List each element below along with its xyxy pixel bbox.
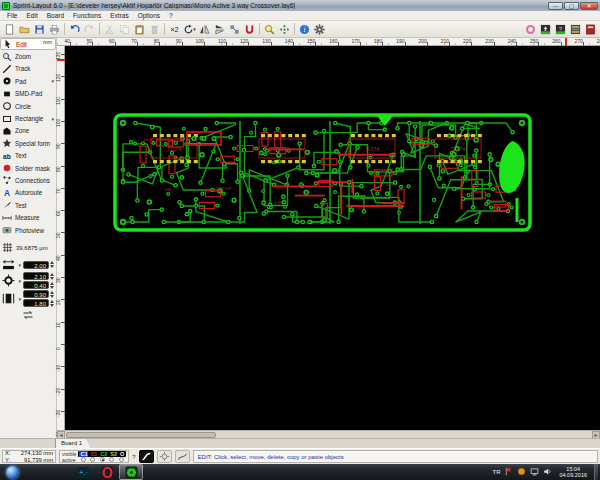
pcb-canvas[interactable]: 10K4.7K1.5K100n22K2K247K1K3.3K220PTL074T… <box>65 46 600 430</box>
taskbar-opera[interactable] <box>95 464 119 480</box>
macro-library-button[interactable] <box>583 22 598 36</box>
rubberband-mode-button[interactable] <box>139 450 154 463</box>
clock[interactable]: 15:04 04.09.2016 <box>556 466 590 478</box>
tool-zoom[interactable]: Zoom <box>0 50 56 62</box>
tool-pad[interactable]: Pad▾ <box>0 75 56 87</box>
duplicate-button[interactable]: ×2 <box>167 22 182 36</box>
menu-options[interactable]: Options <box>134 12 164 19</box>
menu-file[interactable]: File <box>3 12 21 19</box>
undo-button[interactable] <box>67 22 82 36</box>
grid-setting[interactable]: 39,6875 µm <box>2 242 54 254</box>
cut-button[interactable] <box>102 22 117 36</box>
mirror-horizontal-button[interactable] <box>197 22 212 36</box>
volume-icon[interactable] <box>543 467 552 477</box>
start-button[interactable] <box>4 465 20 479</box>
mirror-vertical-button[interactable] <box>212 22 227 36</box>
photoview-toggle-button[interactable] <box>523 22 538 36</box>
layer-active-o[interactable] <box>119 457 124 462</box>
tool-rectangle[interactable]: Rectangle▾ <box>0 112 56 124</box>
print-button[interactable] <box>47 22 62 36</box>
title-bar: Sprint-Layout 6.0 - [E:\develer herşey\A… <box>0 0 600 11</box>
menu-edit[interactable]: Edit <box>22 12 41 19</box>
smd-size-value-input[interactable]: 1.80 <box>23 299 49 307</box>
menu-functions[interactable]: Functions <box>69 12 105 19</box>
tool-solder-mask[interactable]: Solder mask <box>0 162 56 174</box>
spinner-arrows[interactable] <box>50 273 54 280</box>
view-query-button[interactable]: ? <box>553 22 568 36</box>
freehand-mode-button[interactable] <box>175 450 190 463</box>
taskbar-utility-app[interactable]: +.· <box>71 464 95 480</box>
tool-photoview[interactable]: Photoview <box>0 224 56 236</box>
settings-button[interactable] <box>312 22 327 36</box>
cursor-icon <box>3 39 13 49</box>
dropdown-caret-icon[interactable]: ▾ <box>18 262 21 268</box>
save-button[interactable] <box>32 22 47 36</box>
tool-connections[interactable]: Connections <box>0 174 56 186</box>
layer-help[interactable]: ? <box>132 454 135 460</box>
dropdown-caret-icon[interactable]: ▾ <box>18 278 21 284</box>
close-button[interactable]: ✕ <box>580 2 598 10</box>
tool-special-form[interactable]: Special form <box>0 137 56 149</box>
copy-button[interactable] <box>117 22 132 36</box>
smd-size-value-input[interactable]: 0.90 <box>23 290 49 298</box>
menu-extras[interactable]: Extras <box>106 12 132 19</box>
tool-measure[interactable]: Measure <box>0 211 56 223</box>
dropdown-caret-icon[interactable]: ▾ <box>51 78 54 84</box>
taskbar-sprint-layout[interactable] <box>119 464 143 480</box>
show-desktop-button[interactable] <box>594 464 598 480</box>
tool-smd-pad[interactable]: SMD-Pad <box>0 88 56 100</box>
minimize-button[interactable]: — <box>548 2 563 10</box>
action-center-icon[interactable] <box>504 467 513 477</box>
layer-active-s2[interactable] <box>109 457 114 462</box>
taskbar-file-explorer[interactable] <box>47 464 71 480</box>
tool-track[interactable]: Track <box>0 63 56 75</box>
vruler-tick-label: 100 <box>55 119 61 127</box>
spinner-arrows[interactable] <box>50 300 54 307</box>
spinner-arrows[interactable] <box>50 261 54 268</box>
swap-values-icon[interactable] <box>22 309 34 317</box>
vruler-tick-label: 20 <box>55 300 61 306</box>
layer-active-s1[interactable] <box>90 457 95 462</box>
maximize-button[interactable]: ▢ <box>564 2 579 10</box>
layer-active-c2[interactable] <box>100 457 105 462</box>
redo-button[interactable] <box>82 22 97 36</box>
align-button[interactable] <box>227 22 242 36</box>
horizontal-scrollbar[interactable]: ◄ ► <box>57 430 600 438</box>
layer-active-c1[interactable] <box>81 457 86 462</box>
snap-button[interactable] <box>242 22 257 36</box>
tool-zone[interactable]: Zone <box>0 125 56 137</box>
pad-size-value-input[interactable]: 2.10 <box>23 272 49 280</box>
security-icon[interactable] <box>517 467 526 477</box>
taskbar-internet-explorer[interactable] <box>23 464 47 480</box>
active-label: active <box>62 457 76 463</box>
tool-test[interactable]: Test <box>0 199 56 211</box>
vruler-tick-label: 80 <box>55 166 61 172</box>
view-stack-button[interactable] <box>568 22 583 36</box>
menu-board[interactable]: Board <box>43 12 68 19</box>
paste-button[interactable] <box>132 22 147 36</box>
track-width-value-input[interactable]: 2.00 <box>23 261 49 269</box>
tool-label: Solder mask <box>15 165 50 172</box>
tool-circle[interactable]: Circle <box>0 100 56 112</box>
dropdown-caret-icon[interactable]: ▾ <box>18 296 21 302</box>
open-button[interactable] <box>17 22 32 36</box>
delete-button[interactable] <box>147 22 162 36</box>
zoom-tool-button[interactable] <box>262 22 277 36</box>
rotate-button[interactable]: ▾ <box>182 22 197 36</box>
tool-autoroute[interactable]: AAutoroute <box>0 187 56 199</box>
language-indicator[interactable]: TR <box>492 469 500 475</box>
spinner-arrows[interactable] <box>50 291 54 298</box>
network-icon[interactable] <box>530 467 539 477</box>
spinner-arrows[interactable] <box>50 282 54 289</box>
pan-button[interactable] <box>277 22 292 36</box>
svg-text:i: i <box>303 25 305 34</box>
menu-?[interactable]: ? <box>165 12 177 19</box>
view-top-button[interactable] <box>538 22 553 36</box>
svg-text:A: A <box>4 188 10 198</box>
tool-text[interactable]: abText <box>0 150 56 162</box>
new-button[interactable] <box>2 22 17 36</box>
info-button[interactable]: i <box>297 22 312 36</box>
crosshair-mode-button[interactable] <box>157 450 172 463</box>
pad-size-value-input[interactable]: 0.40 <box>23 281 49 289</box>
dropdown-caret-icon[interactable]: ▾ <box>51 116 54 122</box>
